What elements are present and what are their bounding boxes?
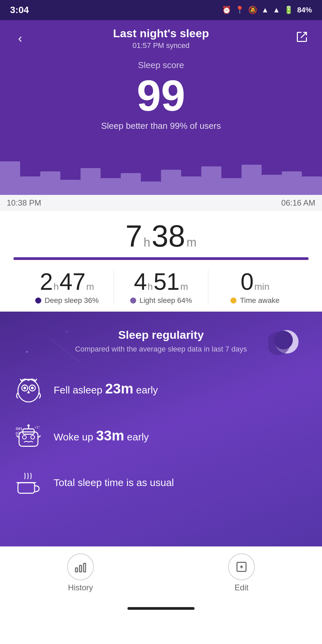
header: ‹ Last night's sleep 01:57 PM synced xyxy=(0,20,322,50)
minutes-unit: m xyxy=(186,235,197,250)
regularity-subtitle: Compared with the average sleep data in … xyxy=(13,345,309,354)
deep-sleep-label: Deep sleep 36% xyxy=(35,296,99,305)
chart-bar xyxy=(60,180,80,195)
light-minutes: 51 xyxy=(154,270,180,293)
chart-bar xyxy=(181,176,201,195)
edit-icon-circle xyxy=(228,553,255,580)
bottom-nav: History Edit xyxy=(0,546,322,602)
light-sleep-label: Light sleep 64% xyxy=(130,296,192,305)
hours-unit: h xyxy=(144,235,150,250)
chart-bar xyxy=(20,176,40,195)
svg-marker-23 xyxy=(27,390,30,393)
history-icon-circle xyxy=(67,553,94,580)
chart-bar xyxy=(262,175,282,195)
back-button[interactable]: ‹ xyxy=(10,32,30,46)
score-label: Sleep score xyxy=(138,60,184,70)
home-bar xyxy=(127,607,195,610)
total-sleep-text: Total sleep time is as usual xyxy=(54,477,174,488)
light-sleep-stat: 4 h 51 m Light sleep 64% xyxy=(114,270,208,305)
chart-bar xyxy=(161,170,181,195)
nav-history[interactable]: History xyxy=(67,553,94,592)
regularity-title: Sleep regularity xyxy=(13,328,309,341)
deep-sleep-value: 2 h 47 m xyxy=(40,270,94,293)
chart-bar xyxy=(121,173,141,195)
coffee-icon xyxy=(13,468,44,498)
wifi-icon: ▲ xyxy=(261,6,269,14)
awake-value: 0 min xyxy=(240,270,269,293)
awake-stat: 0 min Time awake xyxy=(208,270,302,305)
deep-h-unit: h xyxy=(54,281,59,292)
chart-bar xyxy=(0,161,20,195)
chart-bar xyxy=(282,171,302,195)
mute-icon: 🔕 xyxy=(248,6,257,14)
light-dot xyxy=(130,298,136,304)
light-hours: 4 xyxy=(134,270,147,293)
svg-point-28 xyxy=(22,435,26,439)
robot-icon: 0#$ @?! <1! xyxy=(13,421,44,451)
battery-pct: 84% xyxy=(297,6,312,14)
alarm-icon: ⏰ xyxy=(222,6,231,14)
header-center: Last night's sleep 01:57 PM synced xyxy=(30,27,292,50)
awake-text: Time awake xyxy=(240,296,279,305)
light-sleep-value: 4 h 51 m xyxy=(134,270,188,293)
export-button[interactable] xyxy=(292,31,312,46)
deep-sleep-stat: 2 h 47 m Deep sleep 36% xyxy=(20,270,114,305)
status-time: 3:04 xyxy=(10,5,29,15)
total-sleep-item: Total sleep time is as usual xyxy=(13,468,309,498)
svg-line-0 xyxy=(301,33,307,38)
duration-progress-bar xyxy=(13,257,309,260)
battery-icon: 🔋 xyxy=(284,6,293,14)
svg-point-22 xyxy=(31,387,34,389)
status-bar: 3:04 ⏰ 📍 🔕 ▲ ▲ 🔋 84% xyxy=(0,0,322,20)
chart-bar xyxy=(80,168,101,195)
light-sleep-text: Light sleep 64% xyxy=(140,296,192,305)
chart-bar xyxy=(40,171,60,195)
signal-icon: ▲ xyxy=(273,6,280,14)
chart-bar xyxy=(241,165,262,195)
sync-time: 01:57 PM synced xyxy=(30,41,292,50)
home-indicator xyxy=(0,602,322,614)
sleep-stats: 2 h 47 m Deep sleep 36% 4 h 51 m Light s… xyxy=(13,270,309,305)
chart-bar xyxy=(201,166,221,195)
svg-rect-39 xyxy=(84,564,86,572)
nav-edit[interactable]: Edit xyxy=(228,553,255,592)
svg-rect-35 xyxy=(18,483,35,493)
owl-icon xyxy=(13,374,44,404)
score-value: 99 xyxy=(137,74,185,117)
time-labels: 10:38 PM 06:16 AM xyxy=(0,195,322,211)
svg-point-21 xyxy=(23,387,26,389)
fell-asleep-item: Fell asleep 23m early xyxy=(13,374,309,404)
fell-asleep-highlight: 23m xyxy=(105,381,133,396)
svg-text:@?!: @?! xyxy=(16,431,22,435)
history-label: History xyxy=(68,583,93,592)
page-title: Last night's sleep xyxy=(30,27,292,40)
svg-rect-38 xyxy=(79,566,82,572)
score-description: Sleep better than 99% of users xyxy=(101,121,221,131)
duration-section: 7 h 38 m 2 h 47 m Deep sleep 36% 4 h 51 xyxy=(0,211,322,312)
light-h-unit: h xyxy=(148,281,153,292)
chart-bar xyxy=(221,178,241,195)
chart-start-time: 10:38 PM xyxy=(7,198,41,208)
status-icons: ⏰ 📍 🔕 ▲ ▲ 🔋 84% xyxy=(222,6,312,14)
deep-minutes: 47 xyxy=(59,270,86,293)
deep-m-unit: m xyxy=(86,281,94,292)
light-m-unit: m xyxy=(180,281,188,292)
awake-unit: min xyxy=(254,281,269,292)
woke-up-highlight: 33m xyxy=(96,428,124,443)
hero-section: Sleep score 99 Sleep better than 99% of … xyxy=(0,50,322,141)
fell-asleep-text: Fell asleep 23m early xyxy=(54,381,158,397)
chart-bar xyxy=(302,176,322,195)
svg-text:0#$: 0#$ xyxy=(16,427,23,431)
woke-up-text: Woke up 33m early xyxy=(54,428,149,444)
deep-hours: 2 xyxy=(40,270,53,293)
sleep-chart xyxy=(0,141,322,195)
location-icon: 📍 xyxy=(235,6,244,14)
chart-end-time: 06:16 AM xyxy=(281,198,315,208)
duration-hours: 7 xyxy=(125,221,142,251)
deep-dot xyxy=(35,298,41,304)
woke-up-item: 0#$ @?! <1! Woke up 33m early xyxy=(13,421,309,451)
awake-label: Time awake xyxy=(230,296,279,305)
svg-rect-37 xyxy=(75,568,77,572)
svg-point-27 xyxy=(28,424,30,427)
svg-point-29 xyxy=(31,435,35,439)
